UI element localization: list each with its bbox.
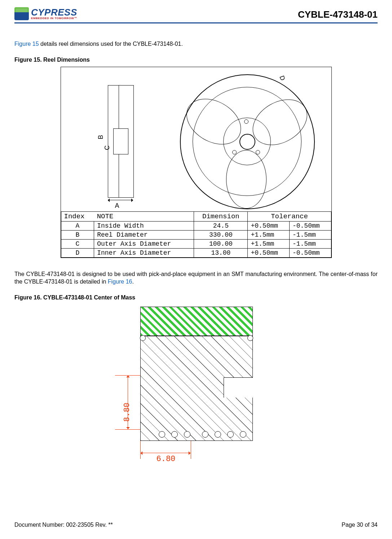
document-number: Document Number: 002-23505 Rev. ** [14,522,113,528]
figure-15-title: Figure 15. Reel Dimensions [14,57,378,63]
figure-15-link[interactable]: Figure 15 [14,41,39,47]
reel-drawing: B C A D [61,67,331,211]
header-rule [14,22,378,23]
center-of-mass-drawing: 8.80 6.80 [120,307,272,458]
table-row: A Inside Width 24.5 +0.50mm -0.50mm [61,221,331,230]
logo-text-bottom: EMBEDDED IN TOMORROW™ [31,17,77,20]
intro-text-1: Figure 15 details reel dimensions used f… [14,40,378,48]
com-y-dimension: 8.80 [122,403,131,422]
table-row: C Outer Axis Diameter 100.00 +1.5mm -1.5… [61,239,331,248]
label-d: D [278,74,286,81]
logo-icon [14,7,29,20]
logo: CYPRESS EMBEDDED IN TOMORROW™ [14,7,77,20]
table-row: D Inner Axis Diameter 13.00 +0.50mm -0.5… [61,248,331,257]
figure-16-link[interactable]: Figure 16 [108,279,132,285]
logo-text-top: CYPRESS [31,8,77,17]
figure-16: 8.80 6.80 [120,307,272,458]
col-index: Index [61,211,94,221]
page-footer: Document Number: 002-23505 Rev. ** Page … [14,514,378,528]
dimensions-table: Index NOTE Dimension Tolerance A Inside … [61,211,331,258]
intro-text-2: The CYBLE-473148-01 is designed to be us… [14,270,378,286]
col-tolerance: Tolerance [248,211,331,221]
com-x-dimension: 6.80 [157,455,176,464]
label-c: C [103,145,111,150]
figure-15: B C A D [61,67,332,258]
page-number: Page 30 of 34 [342,522,378,528]
col-note: NOTE [94,211,194,221]
col-dimension: Dimension [194,211,248,221]
part-number: CYBLE-473148-01 [298,9,378,20]
label-b: B [97,135,105,139]
page-header: CYPRESS EMBEDDED IN TOMORROW™ CYBLE-4731… [14,7,378,22]
table-header-row: Index NOTE Dimension Tolerance [61,211,331,221]
figure-16-title: Figure 16. CYBLE-473148-01 Center of Mas… [14,294,378,301]
label-a: A [115,202,119,210]
table-row: B Reel Diameter 330.00 +1.5mm -1.5mm [61,230,331,239]
